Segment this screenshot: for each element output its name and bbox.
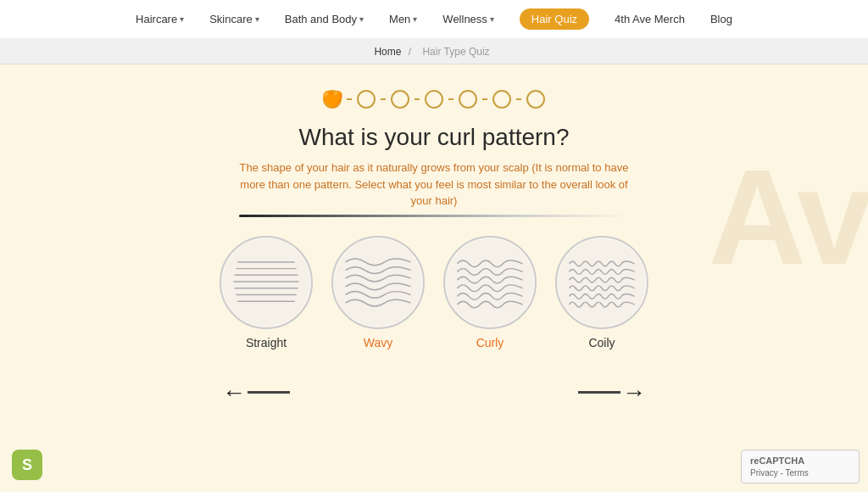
options-row: Straight Wavy [220, 236, 648, 349]
nav-skincare[interactable]: Skincare ▾ [209, 13, 259, 25]
dot-connector [448, 98, 453, 100]
arrow-line-right [578, 391, 620, 394]
progress-dot-7 [526, 90, 545, 109]
nav-hair-quiz[interactable]: Hair Quiz [520, 8, 589, 30]
dot-connector [482, 98, 487, 100]
svg-point-0 [223, 238, 309, 325]
option-circle-curly [443, 236, 537, 329]
option-label-coily: Coily [588, 336, 615, 349]
navigation: Haircare ▾ Skincare ▾ Bath and Body ▾ Me… [0, 0, 868, 39]
nav-haircare[interactable]: Haircare ▾ [136, 13, 184, 25]
dot-connector [347, 98, 352, 100]
arrow-line-left [248, 391, 290, 394]
dot-connector [516, 98, 521, 100]
chevron-down-icon: ▾ [413, 14, 417, 24]
option-circle-wavy [331, 236, 425, 329]
option-circle-coily [555, 236, 648, 329]
nav-bath-body[interactable]: Bath and Body ▾ [285, 13, 364, 25]
option-circle-straight [220, 236, 313, 329]
quiz-nav-arrows: ← → [222, 379, 646, 406]
breadcrumb: Home / Hair Type Quiz [0, 39, 868, 64]
dot-connector [381, 98, 386, 100]
chevron-down-icon: ▾ [490, 14, 494, 24]
chevron-down-icon: ▾ [359, 14, 364, 24]
nav-merch[interactable]: 4th Ave Merch [615, 13, 685, 25]
option-curly[interactable]: Curly [443, 236, 537, 349]
option-label-curly: Curly [476, 336, 504, 349]
svg-point-10 [559, 238, 645, 325]
progress-dots: 🧡 [323, 90, 545, 109]
progress-dot-4 [425, 90, 443, 109]
right-arrow-icon: → [622, 379, 646, 406]
option-label-wavy: Wavy [364, 336, 392, 349]
progress-dot-2 [357, 90, 376, 109]
progress-dot-3 [391, 90, 409, 109]
recaptcha-links: Privacy - Terms [750, 468, 850, 478]
option-label-straight: Straight [246, 336, 287, 349]
svg-point-9 [447, 238, 533, 325]
svg-point-8 [335, 238, 421, 325]
back-button[interactable]: ← [222, 379, 292, 406]
question-subtitle: The shape of your hair as it naturally g… [231, 159, 637, 210]
option-straight[interactable]: Straight [220, 236, 313, 349]
chevron-down-icon: ▾ [255, 14, 259, 24]
left-arrow-icon: ← [222, 379, 246, 406]
chevron-down-icon: ▾ [180, 14, 184, 24]
breadcrumb-current: Hair Type Quiz [422, 46, 489, 58]
nav-blog[interactable]: Blog [710, 13, 732, 25]
shopify-badge[interactable]: S [12, 450, 42, 480]
watermark-text: Av [708, 149, 868, 285]
breadcrumb-separator: / [405, 46, 414, 58]
decorative-line [239, 215, 629, 217]
nav-men[interactable]: Men ▾ [389, 13, 417, 25]
recaptcha-badge: reCAPTCHA Privacy - Terms [741, 450, 860, 484]
progress-dot-5 [459, 90, 477, 109]
option-wavy[interactable]: Wavy [331, 236, 425, 349]
progress-dot-1: 🧡 [323, 90, 342, 109]
main-content: Av 🧡 What is your curl pattern? The shap… [0, 64, 868, 423]
recaptcha-title: reCAPTCHA [750, 456, 850, 466]
progress-dot-6 [492, 90, 511, 109]
nav-wellness[interactable]: Wellness ▾ [442, 13, 494, 25]
option-coily[interactable]: Coily [555, 236, 648, 349]
dot-connector [415, 98, 420, 100]
breadcrumb-home[interactable]: Home [374, 46, 401, 58]
question-title: What is your curl pattern? [298, 124, 569, 151]
next-button[interactable]: → [576, 379, 646, 406]
